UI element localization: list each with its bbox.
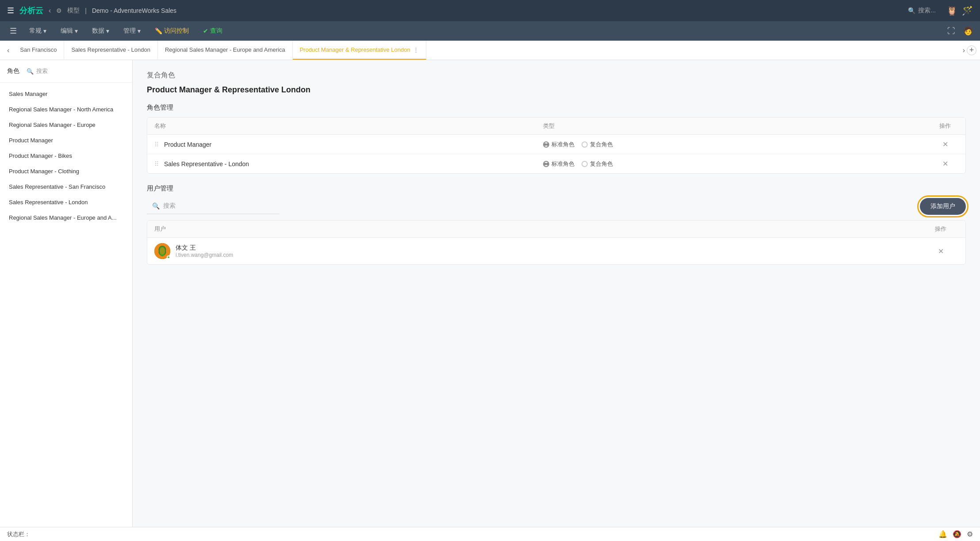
sidebar: 角色 🔍 搜索 Sales Manager Regional Sales Man… — [0, 60, 133, 527]
row2-name: ⠿ Sales Representative - London — [154, 160, 543, 168]
user-icon[interactable]: 🧑 — [961, 27, 975, 35]
col-type-header: 类型 — [543, 122, 932, 130]
nav-manage[interactable]: 管理 ▾ — [117, 24, 147, 38]
action-col-header: 操作 — [923, 225, 958, 233]
nav-manage-label: 管理 — [123, 27, 136, 35]
user-avatar-icon[interactable]: 🦉 — [946, 5, 957, 16]
model-label: 模型 — [67, 7, 80, 15]
nav-edit-label: 编辑 — [61, 27, 73, 35]
status-label: 状态栏： — [7, 530, 30, 538]
tab-dots-icon[interactable]: ⋮ — [413, 46, 419, 53]
nav-data-label: 数据 — [92, 27, 104, 35]
col-name-header: 名称 — [154, 122, 543, 130]
nav-general-label: 常规 — [29, 27, 42, 35]
menu-icon[interactable]: ☰ — [5, 26, 21, 36]
delete-user-button[interactable]: ✕ — [938, 247, 944, 255]
sidebar-item-regional-europe[interactable]: Regional Sales Manager - Europe — [0, 117, 132, 133]
second-nav-bar: ☰ 常规 ▾ 编辑 ▾ 数据 ▾ 管理 ▾ ✏️ 访问控制 ✔ 查询 ⛶ 🧑 — [0, 21, 980, 41]
sidebar-header: 角色 🔍 搜索 — [0, 60, 132, 83]
drag-icon-1[interactable]: ⠿ — [154, 141, 159, 148]
pencil-icon: ✏️ — [155, 27, 162, 34]
user-search-icon: 🔍 — [152, 202, 160, 210]
sidebar-item-product-clothing[interactable]: Product Manager - Clothing — [0, 164, 132, 179]
app-icon[interactable]: 🪄 — [962, 5, 973, 16]
tab-scroll-right-icon[interactable]: › — [963, 46, 965, 54]
separator: | — [85, 7, 87, 14]
page-title: Demo - AdventureWorks Sales — [92, 7, 176, 14]
tab-san-francisco[interactable]: San Francisco — [13, 41, 64, 60]
user-mgmt-title: 用户管理 — [147, 184, 966, 193]
nav-edit-arrow: ▾ — [75, 27, 78, 34]
top-bar: ☰ 分析云 ‹ ⚙ 模型 | Demo - AdventureWorks Sal… — [0, 0, 980, 21]
add-user-button[interactable]: 添加用户 — [920, 198, 966, 215]
row2-radio-compound[interactable]: 复合角色 — [582, 160, 613, 168]
tab-product-manager[interactable]: Product Manager & Representative London … — [293, 41, 426, 60]
sidebar-item-product-bikes[interactable]: Product Manager - Bikes — [0, 148, 132, 164]
delete-row2-button[interactable]: ✕ — [942, 160, 948, 168]
col-action-header: 操作 — [932, 122, 958, 130]
row2-radio-standard[interactable]: 标准角色 — [543, 160, 574, 168]
sidebar-item-regional-north[interactable]: Regional Sales Manager - North America — [0, 102, 132, 117]
sidebar-item-sales-london[interactable]: Sales Representative - London — [0, 194, 132, 210]
table-row-sales-london: ⠿ Sales Representative - London 标准角色 复合角… — [147, 154, 965, 173]
sidebar-item-sales-sf[interactable]: Sales Representative - San Francisco — [0, 179, 132, 194]
row1-radio-compound[interactable]: 复合角色 — [582, 141, 613, 149]
row1-name: ⠿ Product Manager — [154, 141, 543, 148]
row1-radio-standard[interactable]: 标准角色 — [543, 141, 574, 149]
user-action-cell: ✕ — [923, 247, 958, 255]
sidebar-item-regional-europe-america[interactable]: Regional Sales Manager - Europe and A... — [0, 210, 132, 225]
sidebar-search-icon: 🔍 — [27, 68, 34, 75]
search-text[interactable]: 搜索... — [918, 7, 936, 15]
user-details: 体文 王 i.tiven.wang@gmail.com — [176, 244, 233, 258]
role-title: Product Manager & Representative London — [147, 85, 966, 95]
settings-icon[interactable]: ⚙ — [967, 530, 973, 538]
hamburger-icon[interactable]: ☰ — [7, 6, 14, 15]
brand-logo: 分析云 — [19, 5, 43, 16]
search-icon: 🔍 — [908, 7, 915, 14]
radio-dot-compound-2 — [582, 161, 588, 167]
row2-type: 标准角色 复合角色 — [543, 160, 932, 168]
model-icon: ⚙ — [56, 7, 62, 14]
status-bar: 状态栏： 🔔 🔕 ⚙ — [0, 527, 980, 541]
nav-general-arrow: ▾ — [43, 27, 46, 34]
tab-sales-rep-london[interactable]: Sales Representative - London — [64, 41, 158, 60]
user-name: 体文 王 — [176, 244, 233, 252]
user-info-cell: 体文 王 i.tiven.wang@gmail.com — [154, 243, 923, 259]
row2-action: ✕ — [932, 160, 958, 168]
sidebar-item-product-manager[interactable]: Product Manager — [0, 133, 132, 148]
drag-icon-2[interactable]: ⠿ — [154, 160, 159, 168]
bell-icon[interactable]: 🔔 — [938, 530, 947, 538]
nav-data-arrow: ▾ — [106, 27, 109, 34]
row1-type: 标准角色 复合角色 — [543, 141, 932, 149]
radio-dot-compound-1 — [582, 141, 588, 148]
fullscreen-icon[interactable]: ⛶ — [943, 27, 960, 35]
nav-general[interactable]: 常规 ▾ — [23, 24, 53, 38]
nav-data[interactable]: 数据 ▾ — [86, 24, 115, 38]
nav-back-icon[interactable]: ‹ — [49, 7, 51, 15]
tab-regional-sales-manager[interactable]: Regional Sales Manager - Europe and Amer… — [158, 41, 293, 60]
section-label: 复合角色 — [147, 71, 966, 80]
online-indicator — [167, 255, 170, 259]
back-arrow-icon: ‹ — [7, 46, 9, 54]
delete-row1-button[interactable]: ✕ — [942, 141, 948, 148]
user-search-box[interactable]: 🔍 搜索 — [147, 198, 279, 214]
check-icon: ✔ — [203, 27, 208, 34]
user-mgmt-header: 🔍 搜索 添加用户 — [147, 198, 966, 215]
nav-manage-arrow: ▾ — [138, 27, 141, 34]
svg-point-1 — [160, 248, 165, 255]
table-row-product-manager: ⠿ Product Manager 标准角色 复合角色 — [147, 135, 965, 154]
sidebar-search-placeholder: 搜索 — [36, 67, 48, 75]
nav-access-label: 访问控制 — [164, 27, 189, 35]
table-row-user: 体文 王 i.tiven.wang@gmail.com ✕ — [147, 238, 965, 264]
user-table: 用户 操作 — [147, 220, 966, 265]
nav-query[interactable]: ✔ 查询 — [197, 24, 229, 38]
user-search-placeholder: 搜索 — [163, 202, 176, 210]
sidebar-item-sales-manager[interactable]: Sales Manager — [0, 86, 132, 102]
main-layout: 角色 🔍 搜索 Sales Manager Regional Sales Man… — [0, 60, 980, 527]
tab-add-icon[interactable]: + — [967, 46, 976, 55]
mute-icon[interactable]: 🔕 — [953, 530, 961, 538]
nav-edit[interactable]: 编辑 ▾ — [54, 24, 84, 38]
sidebar-search[interactable]: 🔍 搜索 — [23, 65, 51, 77]
tab-back-button[interactable]: ‹ — [4, 41, 13, 60]
nav-access-control[interactable]: ✏️ 访问控制 — [149, 24, 195, 38]
